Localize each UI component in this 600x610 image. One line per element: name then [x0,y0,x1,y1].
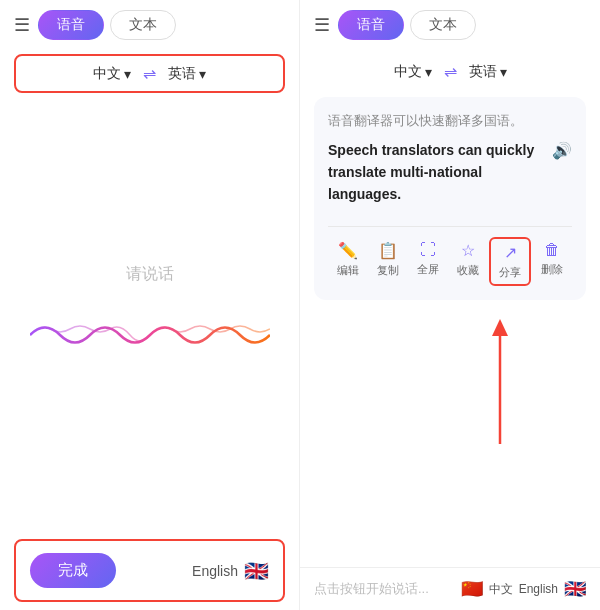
favorite-label: 收藏 [457,263,479,278]
svg-marker-1 [492,319,508,336]
fullscreen-action[interactable]: ⛶ 全屏 [409,237,447,286]
right-lang-selector: 中文 ▾ ⇌ 英语 ▾ [314,54,586,89]
left-lang-selector: 中文 ▾ ⇌ 英语 ▾ [14,54,285,93]
right-lang-to[interactable]: 英语 ▾ [469,63,507,81]
right-lang-from[interactable]: 中文 ▾ [394,63,432,81]
bottom-en-label: English [519,582,558,596]
share-label: 分享 [499,265,521,280]
copy-label: 复制 [377,263,399,278]
wave-animation [30,315,270,355]
left-swap-icon[interactable]: ⇌ [143,64,156,83]
edit-icon: ✏️ [338,241,358,260]
translation-card: 语音翻译器可以快速翻译多国语。 Speech translators can q… [314,97,586,300]
share-icon: ↗ [504,243,517,262]
delete-action[interactable]: 🗑 删除 [533,237,571,286]
fullscreen-icon: ⛶ [420,241,436,259]
share-action[interactable]: ↗ 分享 [489,237,531,286]
en-flag-icon: 🇬🇧 [564,578,586,600]
copy-icon: 📋 [378,241,398,260]
right-menu-icon[interactable]: ☰ [314,14,330,36]
left-tab-voice[interactable]: 语音 [38,10,104,40]
left-lang-from[interactable]: 中文 ▾ [93,65,131,83]
left-tab-text[interactable]: 文本 [110,10,176,40]
favorite-icon: ☆ [461,241,475,260]
right-top-bar: ☰ 语音 文本 [300,0,600,50]
left-lang-to[interactable]: 英语 ▾ [168,65,206,83]
source-text: 语音翻译器可以快速翻译多国语。 [328,111,572,131]
tap-hint: 点击按钮开始说话... [314,580,453,598]
delete-icon: 🗑 [544,241,560,259]
please-speak-label: 请说话 [126,264,174,285]
arrow-area [300,304,600,610]
fullscreen-label: 全屏 [417,262,439,277]
right-tab-text[interactable]: 文本 [410,10,476,40]
edit-action[interactable]: ✏️ 编辑 [329,237,367,286]
red-arrow [450,314,550,454]
delete-label: 删除 [541,262,563,277]
bottom-lang-group: 🇨🇳 中文 English 🇬🇧 [461,578,586,600]
edit-label: 编辑 [337,263,359,278]
left-tab-group: 语音 文本 [38,10,176,40]
left-panel: ☰ 语音 文本 中文 ▾ ⇌ 英语 ▾ 请说话 [0,0,300,610]
cn-flag-icon: 🇨🇳 [461,578,483,600]
right-bottom-bar: 点击按钮开始说话... 🇨🇳 中文 English 🇬🇧 [300,567,600,610]
translated-text: Speech translators can quickly translate… [328,139,544,206]
done-button[interactable]: 完成 [30,553,116,588]
right-swap-icon[interactable]: ⇌ [444,62,457,81]
bottom-cn-label: 中文 [489,581,513,598]
uk-flag-icon: 🇬🇧 [244,559,269,583]
left-bottom-bar: 完成 English 🇬🇧 [14,539,285,602]
left-top-bar: ☰ 语音 文本 [0,0,299,50]
right-panel: ☰ 语音 文本 中文 ▾ ⇌ 英语 ▾ 语音翻译器可以快速翻译多国语。 Spee… [300,0,600,610]
favorite-action[interactable]: ☆ 收藏 [449,237,487,286]
left-voice-area: 请说话 [0,97,299,531]
english-label: English 🇬🇧 [192,559,269,583]
left-menu-icon[interactable]: ☰ [14,14,30,36]
right-tab-voice[interactable]: 语音 [338,10,404,40]
copy-action[interactable]: 📋 复制 [369,237,407,286]
right-tab-group: 语音 文本 [338,10,476,40]
action-bar: ✏️ 编辑 📋 复制 ⛶ 全屏 ☆ 收藏 ↗ 分享 🗑 删除 [328,226,572,286]
sound-icon[interactable]: 🔊 [552,141,572,160]
